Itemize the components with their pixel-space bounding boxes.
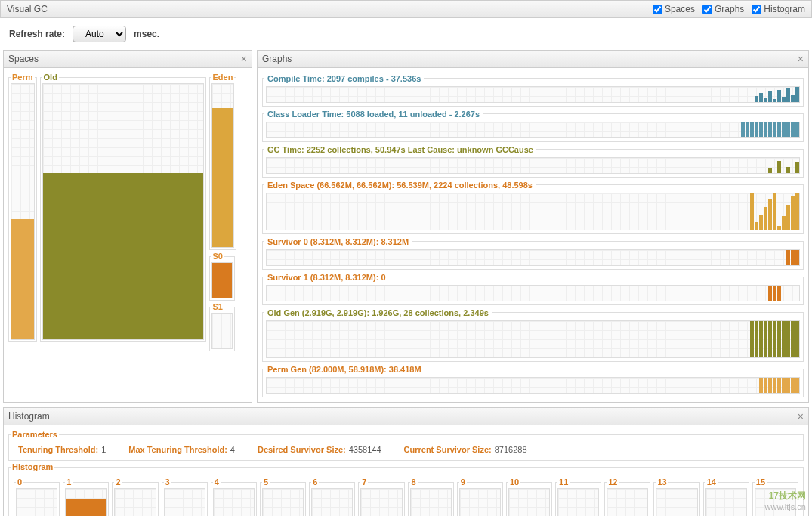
s1-space [211, 313, 233, 349]
desired-label: Desired Survivor Size: [258, 445, 346, 454]
graph-title: Class Loader Time: 5088 loaded, 11 unloa… [264, 108, 483, 119]
graph-title: Survivor 0 (8.312M, 8.312M): 8.312M [264, 236, 412, 246]
hist-bin-label: 11 [557, 477, 570, 487]
graph-title: Perm Gen (82.000M, 58.918M): 38.418M [264, 363, 425, 374]
hist-bin-box [213, 488, 255, 516]
graph-title: GC Time: 2252 collections, 50.947s Last … [264, 144, 536, 154]
eden-space [211, 83, 235, 248]
graph-canvas [266, 193, 800, 230]
hist-bin-fill [66, 499, 106, 516]
hist-bin-box [459, 488, 501, 516]
app-title: Visual GC [7, 4, 48, 14]
hist-bin-box [508, 488, 550, 516]
graph-title: Compile Time: 2097 compiles - 37.536s [264, 73, 424, 83]
hist-bin-2: 2 [112, 477, 158, 516]
tenuring-value: 1 [101, 445, 106, 454]
spaces-body: Perm Old Eden S0 [4, 68, 252, 356]
hist-bin-6: 6 [309, 477, 355, 516]
refresh-unit: msec. [134, 29, 159, 39]
spaces-panel-title: Spaces [8, 54, 39, 64]
hist-bin-3: 3 [162, 477, 208, 516]
hist-bin-box [16, 488, 57, 516]
s0-fill [212, 263, 232, 298]
app-header: Visual GC SpacesGraphsHistogram [0, 0, 812, 18]
close-icon[interactable]: × [798, 53, 804, 65]
graphs-panel-header: Graphs × [258, 51, 808, 68]
hist-bin-1: 1 [63, 477, 109, 516]
current-value: 8716288 [495, 445, 527, 454]
graph-canvas [266, 122, 800, 138]
eden-fill [212, 108, 234, 247]
graph-canvas [266, 377, 800, 394]
refresh-select[interactable]: Auto [73, 26, 126, 42]
toggle-spaces[interactable]: Spaces [653, 4, 695, 14]
hist-bin-9: 9 [457, 477, 503, 516]
graph-compile: Compile Time: 2097 compiles - 37.536s [262, 73, 804, 107]
graphs-panel-title: Graphs [262, 54, 292, 64]
hist-bin-box [557, 488, 599, 516]
hist-bin-label: 12 [607, 477, 619, 487]
old-fill [43, 173, 203, 339]
hist-bin-label: 1 [65, 477, 73, 487]
graph-classloader: Class Loader Time: 5088 loaded, 11 unloa… [262, 108, 804, 142]
hist-bin-15: 15 [752, 477, 798, 516]
graph-canvas [266, 86, 800, 103]
graphs-panel: Graphs × Compile Time: 2097 compiles - 3… [257, 50, 809, 403]
hist-bin-label: 0 [16, 477, 23, 487]
graph-canvas [266, 157, 800, 174]
graph-canvas [266, 285, 800, 301]
toggle-histogram[interactable]: Histogram [752, 4, 805, 14]
old-space [42, 83, 204, 340]
hist-bin-box [114, 488, 156, 516]
checkbox[interactable] [752, 5, 761, 14]
hist-bin-box [607, 488, 648, 516]
hist-bin-4: 4 [211, 477, 257, 516]
perm-space [11, 83, 35, 340]
hist-bin-box [360, 488, 402, 516]
hist-bin-8: 8 [408, 477, 454, 516]
parameters-legend: Parameters [11, 430, 59, 439]
histogram-fieldset: Histogram 0123456789101112131415 [8, 462, 804, 516]
graph-gctime: GC Time: 2252 collections, 50.947s Last … [262, 144, 804, 178]
refresh-label: Refresh rate: [9, 29, 65, 39]
hist-bin-box [311, 488, 353, 516]
hist-bin-label: 15 [755, 477, 767, 487]
hist-bin-11: 11 [555, 477, 601, 516]
refresh-row: Refresh rate: Auto msec. [0, 18, 812, 50]
checkbox[interactable] [702, 5, 712, 14]
graph-permgen: Perm Gen (82.000M, 58.918M): 38.418M [262, 363, 804, 397]
s1-label: S1 [211, 302, 224, 311]
close-icon[interactable]: × [241, 53, 247, 65]
hist-bin-label: 9 [459, 477, 467, 487]
hist-bin-box [164, 488, 205, 516]
perm-label: Perm [11, 73, 35, 82]
close-icon[interactable]: × [798, 410, 804, 422]
hist-bin-box [755, 488, 796, 516]
s0-label: S0 [211, 252, 224, 261]
eden-label: Eden [211, 73, 235, 82]
tenuring-label: Tenuring Threshold: [18, 445, 98, 454]
hist-bin-label: 7 [360, 477, 368, 487]
hist-bin-label: 3 [164, 477, 171, 487]
hist-bin-7: 7 [358, 477, 404, 516]
hist-bin-10: 10 [506, 477, 552, 516]
histogram-panel: Histogram × Parameters Tenuring Threshol… [3, 407, 809, 516]
hist-bin-14: 14 [703, 477, 749, 516]
s0-space [211, 262, 233, 298]
hist-bin-label: 10 [508, 477, 520, 487]
hist-bin-box [656, 488, 697, 516]
view-toggles: SpacesGraphsHistogram [653, 4, 805, 14]
graph-eden: Eden Space (66.562M, 66.562M): 56.539M, … [262, 179, 804, 234]
graph-title: Survivor 1 (8.312M, 8.312M): 0 [264, 271, 389, 282]
graphs-body: Compile Time: 2097 compiles - 37.536sCla… [258, 68, 808, 402]
histogram-body: Parameters Tenuring Threshold:1 Max Tenu… [4, 425, 808, 516]
graph-oldgen: Old Gen (2.919G, 2.919G): 1.926G, 28 col… [262, 307, 804, 362]
checkbox[interactable] [653, 5, 662, 14]
histogram-panel-header: Histogram × [4, 408, 808, 425]
graph-s1: Survivor 1 (8.312M, 8.312M): 0 [262, 271, 804, 305]
hist-bin-label: 14 [705, 477, 718, 487]
hist-bin-12: 12 [604, 477, 650, 516]
perm-fill [11, 219, 34, 339]
toggle-graphs[interactable]: Graphs [702, 4, 744, 14]
old-label: Old [42, 73, 59, 82]
